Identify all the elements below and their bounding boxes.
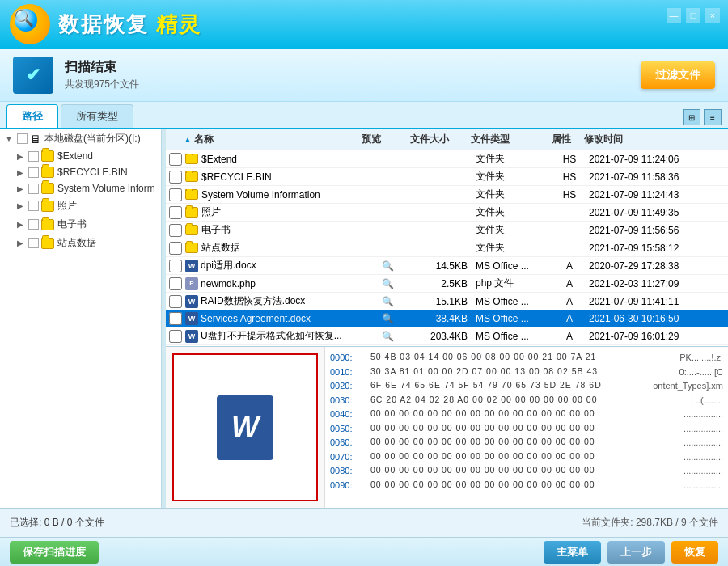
file-checkbox[interactable] <box>169 188 182 201</box>
file-mtime-cell: 2021-07-09 11:24:43 <box>586 189 703 201</box>
hex-row: 0000:50 4B 03 04 14 00 06 00 08 00 00 00… <box>330 351 723 365</box>
hex-address: 0000: <box>330 351 370 365</box>
preview-image-box: W <box>172 353 318 501</box>
status-selected: 已选择: 0 B / 0 个文件 <box>10 516 582 530</box>
file-attr-cell: HS <box>553 189 586 201</box>
hex-address: 0090: <box>330 479 370 492</box>
search-icon: 🔍 <box>382 278 394 289</box>
file-row[interactable]: WRAID数据恢复方法.docx🔍15.1KBMS Office ...A202… <box>166 293 728 310</box>
file-attr-cell: HS <box>553 154 586 165</box>
file-row[interactable]: Wdpi适用.docx🔍14.5KBMS Office ...A2020-07-… <box>166 257 728 275</box>
tab-path[interactable]: 路径 <box>6 104 58 128</box>
search-icon: 🔍 <box>382 331 394 342</box>
tree-item-recycle[interactable]: ▶ $RECYCLE.BIN <box>0 164 161 180</box>
file-name-text: 站点数据 <box>201 241 240 255</box>
status-folder: 当前文件夹: 298.7KB / 9 个文件 <box>582 516 718 530</box>
file-checkbox[interactable] <box>169 171 182 184</box>
preview-area: W 0000:50 4B 03 04 14 00 06 00 08 00 00 … <box>166 346 728 508</box>
scan-title: 扫描结束 <box>65 59 641 76</box>
scan-icon-box: ✔ <box>13 57 53 94</box>
file-row[interactable]: 站点数据文件夹2021-07-09 15:58:12 <box>166 239 728 257</box>
folder-icon <box>185 243 198 253</box>
tree-checkbox[interactable] <box>17 133 28 144</box>
tree-checkbox[interactable] <box>28 219 39 230</box>
file-checkbox[interactable] <box>169 206 182 219</box>
file-panel: ▲ 名称 预览 文件大小 文件类型 属性 修改时间 $Extend文件夹HS20… <box>166 129 728 508</box>
filter-button[interactable]: 过滤文件 <box>641 61 715 89</box>
file-row[interactable]: WServices Agreement.docx🔍38.4KBMS Office… <box>166 310 728 327</box>
hex-address: 0080: <box>330 464 370 478</box>
tree-checkbox[interactable] <box>28 238 39 248</box>
file-row[interactable]: $Extend文件夹HS2021-07-09 11:24:06 <box>166 150 728 168</box>
close-button[interactable]: × <box>705 8 720 23</box>
main-menu-button[interactable]: 主菜单 <box>544 541 601 564</box>
list-view-button[interactable]: ≡ <box>704 109 722 125</box>
hex-ascii: ................ <box>684 436 723 450</box>
hex-row: 0080:00 00 00 00 00 00 00 00 00 00 00 00… <box>330 464 723 478</box>
file-list-body: $Extend文件夹HS2021-07-09 11:24:06$RECYCLE.… <box>166 150 728 346</box>
file-name-cell: System Volume Information <box>185 189 363 201</box>
file-name-cell: Pnewmdk.php <box>185 277 363 290</box>
tree-item-sysinfo[interactable]: ▶ System Volume Inform <box>0 180 161 196</box>
file-checkbox[interactable] <box>169 312 182 325</box>
tree-expander: ▶ <box>15 201 26 212</box>
file-attr-cell: HS <box>553 171 586 183</box>
tree-item-local[interactable]: ▼ 🖥 本地磁盘(当前分区)(I:) <box>0 129 161 148</box>
file-checkbox[interactable] <box>169 153 182 166</box>
file-name-cell: WU盘打不开提示格式化如何恢复... <box>185 329 363 343</box>
hex-bytes: 00 00 00 00 00 00 00 00 00 00 00 00 00 0… <box>370 479 677 492</box>
file-row[interactable]: $RECYCLE.BIN文件夹HS2021-07-09 11:58:36 <box>166 168 728 186</box>
tree-checkbox[interactable] <box>28 167 39 178</box>
tree-checkbox[interactable] <box>28 201 39 211</box>
folder-icon <box>185 225 198 235</box>
file-checkbox[interactable] <box>169 330 182 343</box>
file-type-cell: 文件夹 <box>472 170 553 184</box>
tree-item-ebook[interactable]: ▶ 电子书 <box>0 215 161 234</box>
folder-icon <box>185 154 198 164</box>
tree-label: 本地磁盘(当前分区)(I:) <box>44 132 141 146</box>
title-part1: 数据恢复 <box>58 12 149 36</box>
file-type-cell: MS Office ... <box>472 296 553 307</box>
tree-item-extend[interactable]: ▶ $Extend <box>0 148 161 164</box>
tree-item-site[interactable]: ▶ 站点数据 <box>0 234 161 252</box>
tree-item-photos[interactable]: ▶ 照片 <box>0 196 161 215</box>
file-checkbox[interactable] <box>169 242 182 255</box>
tree-checkbox[interactable] <box>28 184 39 194</box>
hdd-icon: 🖥 <box>30 133 41 146</box>
minimize-button[interactable]: — <box>667 8 681 23</box>
file-type-cell: 文件夹 <box>472 205 553 219</box>
word-file-icon: W <box>185 295 198 308</box>
header-mtime: 修改时间 <box>579 133 696 146</box>
file-name-cell: WRAID数据恢复方法.docx <box>185 294 363 308</box>
file-type-cell: 文件夹 <box>472 188 553 201</box>
file-row[interactable]: System Volume Information文件夹HS2021-07-09… <box>166 186 728 204</box>
file-row[interactable]: 电子书文件夹2021-07-09 11:56:56 <box>166 222 728 239</box>
file-row[interactable]: WU盘打不开提示格式化如何恢复...🔍203.4KBMS Office ...A… <box>166 327 728 345</box>
tree-checkbox[interactable] <box>28 151 39 162</box>
tree-label: $RECYCLE.BIN <box>57 167 128 178</box>
file-mtime-cell: 2021-06-30 10:16:50 <box>586 313 703 324</box>
file-preview-cell: 🔍 <box>363 278 412 289</box>
file-type-cell: MS Office ... <box>472 260 553 272</box>
file-checkbox[interactable] <box>169 260 182 272</box>
grid-view-button[interactable]: ⊞ <box>683 109 700 125</box>
save-scan-button[interactable]: 保存扫描进度 <box>10 541 99 564</box>
tab-all-types[interactable]: 所有类型 <box>61 104 133 128</box>
file-row[interactable]: Pnewmdk.php🔍2.5KBphp 文件A2021-02-03 11:27… <box>166 275 728 293</box>
hex-bytes: 00 00 00 00 00 00 00 00 00 00 00 00 00 0… <box>370 436 677 450</box>
file-name-cell: $RECYCLE.BIN <box>185 171 363 183</box>
file-row[interactable]: 照片文件夹2021-07-09 11:49:35 <box>166 204 728 222</box>
hex-address: 0040: <box>330 408 370 421</box>
tree-label: 电子书 <box>57 218 87 231</box>
prev-step-button[interactable]: 上一步 <box>607 541 665 564</box>
file-checkbox[interactable] <box>169 224 182 237</box>
tree-expander: ▶ <box>15 238 26 249</box>
file-checkbox[interactable] <box>169 277 182 290</box>
hex-ascii: ................ <box>684 422 723 436</box>
word-file-icon: W <box>185 312 198 325</box>
maximize-button[interactable]: □ <box>686 8 700 23</box>
restore-button[interactable]: 恢复 <box>671 541 718 564</box>
hex-bytes: 6C 20 A2 04 02 28 A0 00 02 00 00 00 00 0… <box>370 394 684 408</box>
file-name-text: 照片 <box>201 205 221 219</box>
file-checkbox[interactable] <box>169 295 182 308</box>
